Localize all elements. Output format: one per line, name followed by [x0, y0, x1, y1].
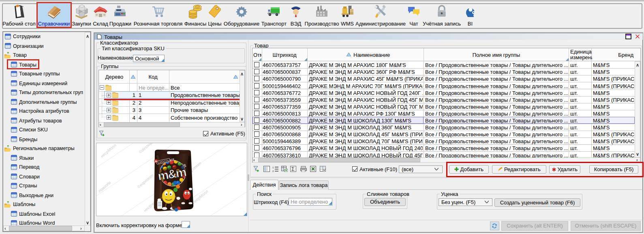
svg-text:m: m: [155, 160, 157, 163]
svg-text:несрМолл: несрМолл: [100, 143, 117, 159]
svg-text:повоofм: повоofм: [97, 180, 111, 193]
svg-text:©destмва: ©destмва: [138, 143, 154, 155]
svg-text:Σ: Σ: [291, 166, 294, 172]
svg-text:©еароonm: ©еароonm: [136, 173, 154, 189]
svg-text:2: 2: [272, 170, 274, 172]
svg-text:1: 1: [272, 166, 274, 169]
